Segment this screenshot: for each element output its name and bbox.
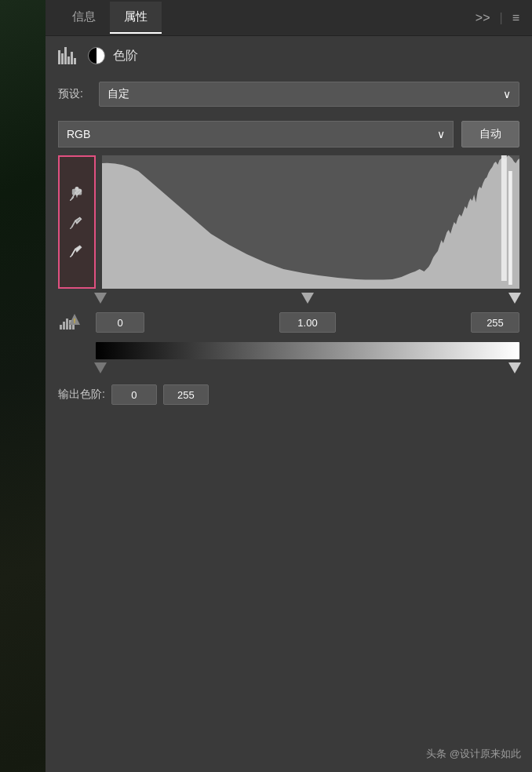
panel-menu-icon[interactable]: ≡ [512,11,519,25]
mid-input-slider[interactable] [301,293,314,304]
preset-row: 预设: 自定 ∨ [46,75,532,116]
input-values-row: ! [46,308,532,337]
white-input-slider[interactable] [508,293,521,304]
input-sliders-row [46,289,532,308]
preset-value: 自定 [107,87,129,101]
gray-point-eyedropper[interactable] [64,209,89,235]
histogram-display [102,155,519,289]
svg-line-4 [72,249,76,255]
white-point-eyedropper[interactable] [64,238,89,263]
output-black-slider[interactable] [94,362,107,373]
black-value-input[interactable] [96,312,144,333]
eyedropper-tools-panel [58,155,96,289]
output-gradient-track-container [96,342,519,378]
output-white-slider[interactable] [508,362,521,373]
tabs-right-controls: >> | ≡ [476,11,519,25]
histogram-icon [58,47,80,64]
channel-row: RGB ∨ 自动 [46,116,532,155]
histogram-area [46,155,532,289]
svg-line-3 [72,220,76,227]
svg-rect-8 [60,325,62,330]
svg-rect-6 [501,155,507,281]
svg-rect-7 [508,171,512,285]
black-point-eyedropper[interactable] [64,181,89,206]
output-slider-row [96,359,519,378]
channel-value: RGB [67,128,90,140]
adjustment-mode-icon[interactable] [88,47,105,64]
preset-dropdown[interactable]: 自定 ∨ [99,82,519,107]
properties-panel: 信息 属性 >> | ≡ 色阶 预设: 自定 ∨ [46,0,532,772]
svg-rect-10 [66,319,68,330]
white-value-input[interactable] [471,312,519,333]
output-white-input[interactable] [163,384,209,405]
histogram-warning-icon: ! [58,314,80,331]
black-input-slider[interactable] [94,293,107,304]
auto-button[interactable]: 自动 [461,121,519,147]
tab-properties[interactable]: 属性 [110,2,162,34]
expand-panels-icon[interactable]: >> [476,11,490,25]
levels-title: 色阶 [113,48,138,64]
output-values-row: 输出色阶: [46,378,532,411]
output-black-input[interactable] [111,384,157,405]
svg-point-1 [75,188,78,191]
svg-rect-9 [63,322,65,330]
svg-text:!: ! [74,317,76,325]
tabs-bar: 信息 属性 >> | ≡ [46,0,532,36]
watermark: 头条 @设计原来如此 [426,747,521,761]
channel-chevron-icon: ∨ [437,128,445,140]
preset-chevron-icon: ∨ [503,88,511,100]
output-label: 输出色阶: [58,388,105,402]
levels-header: 色阶 [46,36,532,75]
preset-label: 预设: [58,87,89,101]
output-gradient-section [46,337,532,378]
channel-dropdown[interactable]: RGB ∨ [58,121,454,147]
mid-value-input[interactable] [279,312,336,333]
three-values-container [96,312,519,333]
tab-info[interactable]: 信息 [58,2,110,34]
output-gradient-bar [96,342,519,359]
input-slider-track [96,290,519,308]
